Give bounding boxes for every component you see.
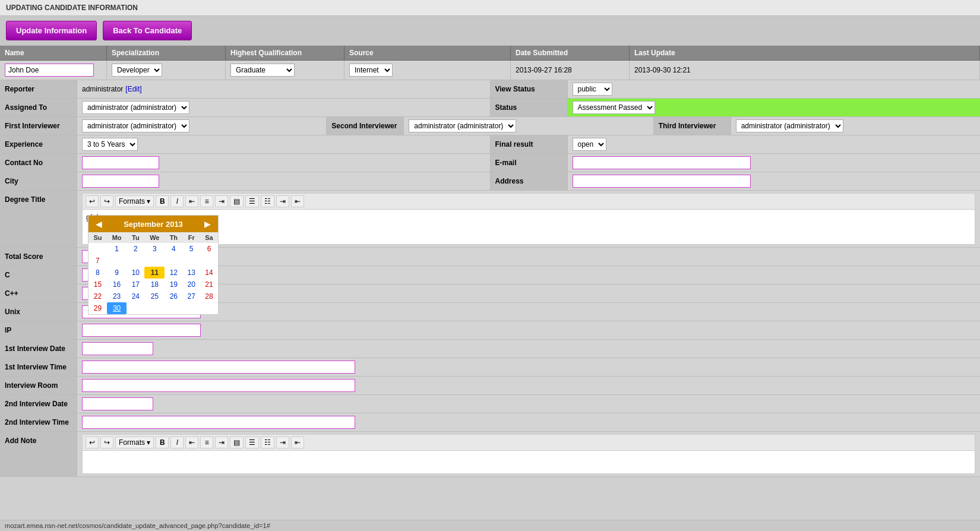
table-row[interactable]: 25: [144, 290, 165, 302]
rte-ol-btn[interactable]: ☷: [261, 195, 274, 207]
second-interview-date-input[interactable]: [82, 397, 153, 410]
add-note-rte-content[interactable]: [82, 450, 975, 474]
table-row[interactable]: 10: [127, 267, 144, 279]
reporter-edit-link[interactable]: [Edit]: [125, 85, 141, 93]
table-row[interactable]: 24: [127, 290, 144, 302]
rte-justify-btn[interactable]: ▤: [230, 195, 244, 207]
table-row[interactable]: 20: [182, 279, 200, 290]
second-interview-time-input[interactable]: [82, 416, 355, 429]
table-row[interactable]: 13: [182, 267, 200, 279]
note-rte-ul-btn[interactable]: ☰: [245, 437, 259, 448]
note-rte-italic-btn[interactable]: I: [170, 437, 184, 448]
table-row[interactable]: 3: [144, 243, 165, 255]
update-button[interactable]: Update Information: [6, 21, 97, 40]
table-row[interactable]: 18: [144, 279, 165, 290]
rte-align-center-btn[interactable]: ≡: [200, 195, 213, 207]
status-select[interactable]: Assessment Passed New In Progress Reject…: [573, 101, 655, 114]
table-row[interactable]: 5: [182, 243, 200, 255]
rte-formats-btn[interactable]: Formats ▾: [115, 195, 154, 207]
note-rte-align-center-btn[interactable]: ≡: [200, 437, 213, 448]
table-row: [88, 243, 107, 255]
table-row[interactable]: 22: [88, 290, 107, 302]
note-rte-undo-btn[interactable]: ↩: [86, 437, 99, 448]
cal-next-btn[interactable]: ▶: [201, 219, 214, 229]
table-row[interactable]: 14: [200, 267, 218, 279]
email-label: E-mail: [491, 154, 568, 172]
note-rte-redo-btn[interactable]: ↪: [100, 437, 113, 448]
back-to-candidate-button[interactable]: Back To Candidate: [103, 21, 192, 40]
note-rte-indent-btn[interactable]: ⇥: [276, 437, 289, 448]
header-source: Source: [344, 46, 511, 60]
calendar-popup: ◀ September 2013 ▶ Su Mo Tu We Th: [88, 215, 219, 315]
rte-redo-btn[interactable]: ↪: [100, 195, 113, 207]
third-interviewer-select[interactable]: administrator (administrator): [736, 119, 843, 132]
rte-align-right-btn[interactable]: ⇥: [215, 195, 228, 207]
table-row[interactable]: 21: [200, 279, 218, 290]
contact-input[interactable]: [82, 156, 159, 169]
note-rte-justify-btn[interactable]: ▤: [230, 437, 244, 448]
table-row[interactable]: 16: [107, 279, 127, 290]
rte-ul-btn[interactable]: ☰: [245, 195, 259, 207]
first-interviewer-select[interactable]: administrator (administrator): [82, 119, 189, 132]
cal-header-su: Su: [88, 232, 107, 243]
assigned-status-row: Assigned To administrator (administrator…: [0, 99, 980, 117]
first-interview-date-input[interactable]: [82, 342, 153, 355]
table-row[interactable]: 11: [144, 267, 165, 279]
table-row[interactable]: 27: [182, 290, 200, 302]
source-select[interactable]: Internet Referral Agency Walk-in: [349, 64, 393, 77]
second-interviewer-select[interactable]: administrator (administrator): [409, 119, 516, 132]
experience-select[interactable]: 3 to 5 Years 0 to 1 Years 1 to 3 Years 5…: [82, 138, 138, 151]
rte-undo-btn[interactable]: ↩: [86, 195, 99, 207]
table-row[interactable]: 17: [127, 279, 144, 290]
final-result-select[interactable]: open pass fail: [573, 138, 606, 151]
rte-italic-btn[interactable]: I: [170, 195, 184, 207]
table-row[interactable]: 2: [127, 243, 144, 255]
view-status-select[interactable]: public private: [573, 83, 612, 96]
city-input[interactable]: [82, 175, 159, 188]
table-row[interactable]: 9: [107, 267, 127, 279]
rte-bold-btn[interactable]: B: [156, 195, 169, 207]
table-row[interactable]: 7: [88, 255, 107, 267]
address-value: [568, 172, 981, 190]
email-input[interactable]: [573, 156, 751, 169]
interview-room-input[interactable]: [82, 379, 355, 392]
cal-header-sa: Sa: [200, 232, 218, 243]
rte-align-left-btn[interactable]: ⇤: [185, 195, 198, 207]
table-row[interactable]: 30: [107, 302, 127, 314]
table-row[interactable]: 29: [88, 302, 107, 314]
last-update-value: 2013-09-30 12:21: [630, 61, 979, 80]
note-rte-bold-btn[interactable]: B: [156, 437, 169, 448]
note-rte-formats-btn[interactable]: Formats ▾: [115, 437, 154, 448]
status-label: Status: [491, 99, 568, 116]
table-row[interactable]: 4: [165, 243, 182, 255]
cpp-label: C++: [0, 285, 77, 302]
experience-value: 3 to 5 Years 0 to 1 Years 1 to 3 Years 5…: [77, 135, 490, 153]
table-row[interactable]: 12: [165, 267, 182, 279]
name-input[interactable]: [5, 64, 94, 77]
ip-input[interactable]: [82, 324, 201, 337]
experience-finalresult-row: Experience 3 to 5 Years 0 to 1 Years 1 t…: [0, 135, 980, 154]
note-rte-align-left-btn[interactable]: ⇤: [185, 437, 198, 448]
first-interview-time-input[interactable]: [82, 361, 355, 374]
specialization-select[interactable]: Developer Designer QA Manager: [112, 64, 162, 77]
assigned-to-select[interactable]: administrator (administrator): [82, 101, 189, 114]
table-row[interactable]: 15: [88, 279, 107, 290]
note-rte-outdent-btn[interactable]: ⇤: [291, 437, 304, 448]
toolbar: Update Information Back To Candidate: [0, 16, 980, 46]
table-row[interactable]: 19: [165, 279, 182, 290]
table-row[interactable]: 26: [165, 290, 182, 302]
cal-prev-btn[interactable]: ◀: [92, 219, 106, 229]
rte-indent-btn[interactable]: ⇥: [276, 195, 289, 207]
qualification-select[interactable]: Graduate Post Graduate Diploma Other: [230, 64, 295, 77]
table-row[interactable]: 1: [107, 243, 127, 255]
table-row[interactable]: 23: [107, 290, 127, 302]
address-input[interactable]: [573, 175, 751, 188]
qualification-value: Graduate Post Graduate Diploma Other: [226, 61, 344, 80]
rte-outdent-btn[interactable]: ⇤: [291, 195, 304, 207]
note-rte-ol-btn[interactable]: ☷: [261, 437, 274, 448]
table-row[interactable]: 8: [88, 267, 107, 279]
table-row[interactable]: 28: [200, 290, 218, 302]
table-row[interactable]: 6: [200, 243, 218, 255]
note-rte-align-right-btn[interactable]: ⇥: [215, 437, 228, 448]
third-interviewer-label: Third Interviewer: [654, 117, 731, 135]
